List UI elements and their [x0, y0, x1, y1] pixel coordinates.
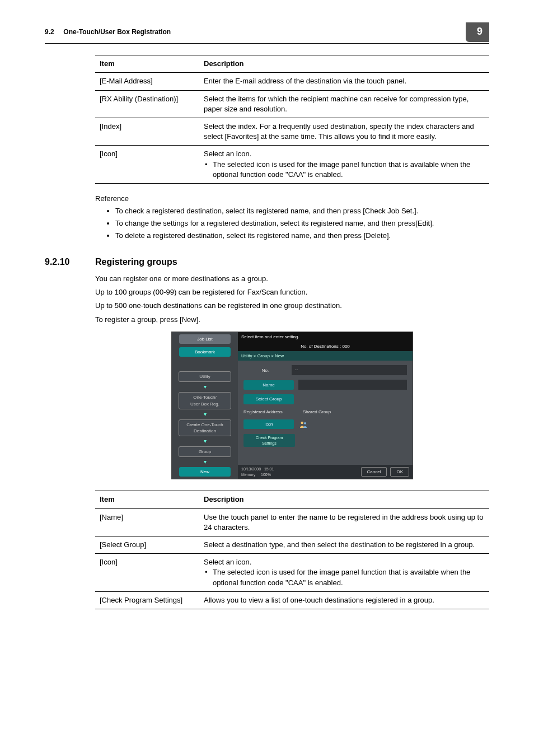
- tab-utility[interactable]: Utility: [179, 371, 231, 382]
- ok-button[interactable]: OK: [390, 467, 409, 477]
- table-row: [Select Group] Select a destination type…: [95, 536, 489, 554]
- tab-new[interactable]: New: [179, 467, 231, 477]
- cell-item: [Check Program Settings]: [95, 591, 199, 609]
- sidebar: Job List Bookmark Utility ▾ One-Touch/ U…: [172, 332, 238, 479]
- cell-item: [E-Mail Address]: [95, 73, 199, 90]
- cell-item: [Icon]: [95, 554, 199, 592]
- para: To register a group, press [New].: [95, 315, 489, 325]
- chevron-down-icon: ▾: [204, 460, 207, 464]
- list-item: To delete a registered destination, sele…: [115, 231, 489, 241]
- cell-desc: Allows you to view a list of one-touch d…: [199, 591, 489, 609]
- tab-job-list[interactable]: Job List: [179, 334, 231, 344]
- table2-head-item: Item: [95, 491, 199, 508]
- cell-bullet: The selected icon is used for the image …: [204, 160, 485, 180]
- pane-dest-count: No. of Destinations : 000: [238, 342, 413, 351]
- table-row: [Icon] Select an icon. The selected icon…: [95, 554, 489, 592]
- header-section-title: One-Touch/User Box Registration: [63, 28, 171, 36]
- list-item: To check a registered destination, selec…: [115, 206, 489, 216]
- para: Up to 500 one-touch destinations can be …: [95, 301, 489, 311]
- list-item: To change the settings for a registered …: [115, 218, 489, 228]
- tab-onetouch[interactable]: One-Touch/ User Box Reg.: [179, 392, 231, 409]
- registered-address-label: Registered Address: [243, 409, 298, 415]
- tab-bookmark[interactable]: Bookmark: [179, 347, 231, 357]
- pane-body: No. -- Name Select Group Registered Addr…: [238, 361, 413, 465]
- table-row: [Index] Select the index. For a frequent…: [95, 118, 489, 145]
- table-row: [RX Ability (Destination)] Select the it…: [95, 90, 489, 118]
- select-group-button[interactable]: Select Group: [243, 394, 294, 404]
- field-name-value[interactable]: [298, 380, 407, 390]
- page-header: 9.2 One-Touch/User Box Registration 9: [45, 22, 489, 44]
- table2-head-desc: Description: [199, 491, 489, 508]
- chapter-badge: 9: [466, 22, 489, 42]
- cell-item: [RX Ability (Destination)]: [95, 90, 199, 118]
- footer-info: 10/13/2008 15:01 Memory 100%: [241, 466, 274, 478]
- cell-item: [Icon]: [95, 146, 199, 184]
- pane-footer: 10/13/2008 15:01 Memory 100% Cancel OK: [238, 465, 413, 479]
- header-section-num: 9.2: [45, 28, 54, 36]
- svg-point-1: [304, 422, 306, 424]
- cell-bullet: The selected icon is used for the image …: [204, 567, 485, 587]
- field-no-value: --: [292, 365, 407, 375]
- group-icon: [298, 419, 308, 430]
- table1-head-desc: Description: [199, 55, 489, 73]
- table-row: [Icon] Select an icon. The selected icon…: [95, 146, 489, 184]
- cancel-button[interactable]: Cancel: [361, 467, 387, 477]
- tab-create-onetouch[interactable]: Create One-Touch Destination: [179, 419, 231, 436]
- cell-item: [Select Group]: [95, 536, 199, 554]
- check-program-settings-button[interactable]: Check Program Settings: [243, 434, 295, 447]
- reference-list: To check a registered destination, selec…: [95, 206, 489, 241]
- svg-point-0: [301, 421, 304, 424]
- chevron-down-icon: ▾: [204, 413, 207, 416]
- pane-instruction: Select item and enter setting.: [238, 332, 413, 342]
- cell-desc: Enter the E-mail address of the destinat…: [199, 73, 489, 90]
- name-button[interactable]: Name: [243, 380, 294, 390]
- cell-desc: Select a destination type, and then sele…: [199, 536, 489, 554]
- table-row: [Name] Use the touch panel to enter the …: [95, 508, 489, 536]
- cell-item: [Index]: [95, 118, 199, 145]
- section-number: 9.2.10: [45, 256, 95, 268]
- cell-desc: Select an icon. The selected icon is use…: [199, 146, 489, 184]
- cell-desc: Select the items for which the recipient…: [199, 90, 489, 118]
- cell-item: [Name]: [95, 508, 199, 536]
- table-row: [Check Program Settings] Allows you to v…: [95, 591, 489, 609]
- cell-desc: Use the touch panel to enter the name to…: [199, 508, 489, 536]
- table1-head-item: Item: [95, 55, 199, 73]
- shared-group-label: Shared Group: [303, 409, 331, 415]
- main-pane: Select item and enter setting. No. of De…: [238, 332, 413, 479]
- section-title: Registering groups: [95, 256, 177, 268]
- tab-group[interactable]: Group: [179, 446, 231, 457]
- reference-label: Reference: [95, 194, 489, 204]
- device-screenshot: Job List Bookmark Utility ▾ One-Touch/ U…: [171, 332, 413, 480]
- cell-desc: Select the index. For a frequently used …: [199, 118, 489, 145]
- header-left: 9.2 One-Touch/User Box Registration: [45, 27, 171, 37]
- field-no-label: No.: [243, 367, 287, 374]
- breadcrumb: Utility > Group > New: [238, 351, 413, 361]
- table-items-1: Item Description [E-Mail Address] Enter …: [95, 55, 489, 184]
- para: Up to 100 groups (00-99) can be register…: [95, 287, 489, 297]
- table-items-2: Item Description [Name] Use the touch pa…: [95, 491, 489, 609]
- para: You can register one or more destination…: [95, 274, 489, 284]
- section-heading: 9.2.10 Registering groups: [45, 256, 489, 268]
- cell-desc: Select an icon. The selected icon is use…: [199, 554, 489, 592]
- icon-button[interactable]: Icon: [243, 419, 294, 429]
- chevron-down-icon: ▾: [204, 440, 207, 443]
- table-row: [E-Mail Address] Enter the E-mail addres…: [95, 73, 489, 90]
- chevron-down-icon: ▾: [204, 385, 207, 389]
